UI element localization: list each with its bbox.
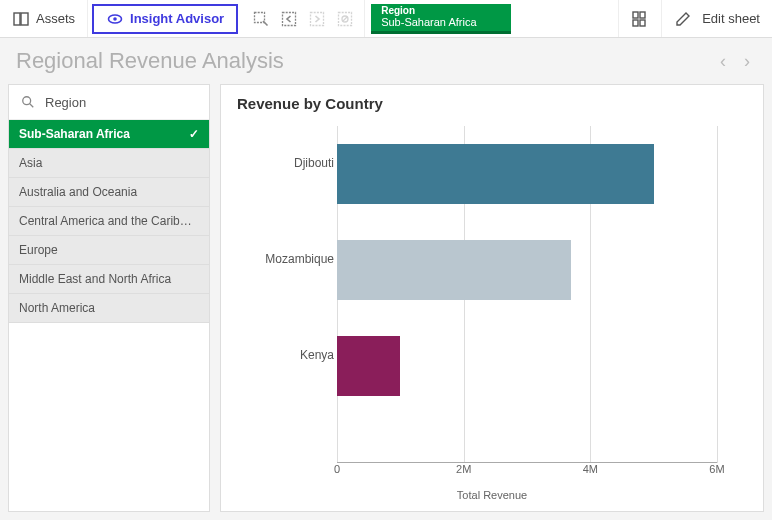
filter-item-label: North America xyxy=(19,301,95,315)
category-label: Kenya xyxy=(239,348,334,362)
svg-rect-13 xyxy=(633,20,638,26)
bar-row[interactable] xyxy=(337,234,717,306)
svg-rect-7 xyxy=(311,12,324,25)
sheet-title: Regional Revenue Analysis xyxy=(16,48,720,74)
insight-advisor-label: Insight Advisor xyxy=(130,11,224,26)
filter-field-label: Region xyxy=(45,95,86,110)
filter-item-label: Middle East and North Africa xyxy=(19,272,171,286)
svg-line-5 xyxy=(263,21,268,26)
smart-search-icon[interactable] xyxy=(252,10,270,28)
bar-row[interactable] xyxy=(337,138,717,210)
sheets-grid-icon xyxy=(631,10,649,28)
clear-selections-icon[interactable] xyxy=(336,10,354,28)
category-label: Djibouti xyxy=(239,156,334,170)
bar[interactable] xyxy=(337,336,400,396)
selection-tag-region[interactable]: Region Sub-Saharan Africa xyxy=(371,4,511,34)
filter-item-label: Australia and Oceania xyxy=(19,185,137,199)
svg-rect-0 xyxy=(14,13,20,25)
category-label: Mozambique xyxy=(239,252,334,266)
svg-rect-11 xyxy=(633,12,638,18)
prev-sheet-button[interactable]: ‹ xyxy=(720,51,726,72)
top-toolbar: Assets Insight Advisor Region Sub-Sahara… xyxy=(0,0,772,38)
selection-tag-value: Sub-Saharan Africa xyxy=(381,16,501,28)
selection-tag-key: Region xyxy=(381,5,501,16)
bar[interactable] xyxy=(337,144,654,204)
svg-line-16 xyxy=(30,104,34,108)
edit-sheet-button[interactable]: Edit sheet xyxy=(661,0,772,37)
x-tick-label: 4M xyxy=(583,463,598,475)
x-tick-label: 2M xyxy=(456,463,471,475)
svg-point-3 xyxy=(113,17,117,21)
x-tick-label: 0 xyxy=(334,463,340,475)
assets-panel-icon xyxy=(12,10,30,28)
sheet-header: Regional Revenue Analysis ‹ › xyxy=(0,38,772,84)
filter-search[interactable]: Region xyxy=(9,85,209,120)
filter-item-label: Europe xyxy=(19,243,58,257)
filter-pane-region: Region Sub-Saharan Africa ✓ Asia Austral… xyxy=(8,84,210,512)
chart-panel: Revenue by Country Djibouti Mozambique K… xyxy=(220,84,764,512)
bookmarks-button[interactable] xyxy=(618,0,661,37)
x-tick-label: 6M xyxy=(709,463,724,475)
filter-item-australia-oceania[interactable]: Australia and Oceania xyxy=(9,178,209,207)
bar-row[interactable] xyxy=(337,330,717,402)
insight-advisor-icon xyxy=(106,10,124,28)
filter-item-label: Asia xyxy=(19,156,42,170)
sheet-nav: ‹ › xyxy=(720,51,756,72)
filter-item-central-america[interactable]: Central America and the Carib… xyxy=(9,207,209,236)
chart-title: Revenue by Country xyxy=(237,95,747,112)
assets-label: Assets xyxy=(36,11,75,26)
insight-advisor-button[interactable]: Insight Advisor xyxy=(92,4,238,34)
next-sheet-button[interactable]: › xyxy=(744,51,750,72)
x-axis: 02M4M6M xyxy=(337,463,717,481)
filter-item-label: Central America and the Carib… xyxy=(19,214,192,228)
filter-item-sub-saharan-africa[interactable]: Sub-Saharan Africa ✓ xyxy=(9,120,209,149)
filter-list: Sub-Saharan Africa ✓ Asia Australia and … xyxy=(9,120,209,323)
bar[interactable] xyxy=(337,240,571,300)
filter-item-label: Sub-Saharan Africa xyxy=(19,127,130,141)
selection-tools-group xyxy=(242,0,365,37)
pencil-icon xyxy=(674,10,692,28)
assets-button[interactable]: Assets xyxy=(0,0,88,37)
x-axis-label: Total Revenue xyxy=(457,489,527,501)
svg-rect-12 xyxy=(640,12,645,18)
svg-rect-14 xyxy=(640,20,645,26)
bar-chart[interactable]: Djibouti Mozambique Kenya 02M4M6M Total … xyxy=(237,120,747,503)
edit-sheet-label: Edit sheet xyxy=(702,11,760,26)
filter-item-middle-east[interactable]: Middle East and North Africa xyxy=(9,265,209,294)
selections-back-icon[interactable] xyxy=(280,10,298,28)
svg-rect-1 xyxy=(21,13,28,25)
filter-item-north-america[interactable]: North America xyxy=(9,294,209,323)
filter-item-europe[interactable]: Europe xyxy=(9,236,209,265)
svg-point-15 xyxy=(23,97,31,105)
checkmark-icon: ✓ xyxy=(189,127,199,141)
search-icon xyxy=(19,93,37,111)
svg-rect-6 xyxy=(283,12,296,25)
filter-item-asia[interactable]: Asia xyxy=(9,149,209,178)
selections-forward-icon[interactable] xyxy=(308,10,326,28)
